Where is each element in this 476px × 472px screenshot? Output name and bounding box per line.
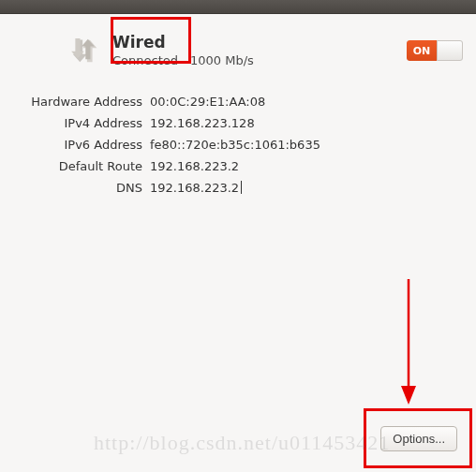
detail-value: 192.168.223.2 <box>150 181 242 195</box>
detail-value: 192.168.223.128 <box>150 116 255 130</box>
detail-label: DNS <box>0 181 150 195</box>
detail-row: DNS 192.168.223.2 <box>0 181 476 195</box>
detail-label: IPv4 Address <box>0 116 150 130</box>
detail-value: fe80::720e:b35c:1061:b635 <box>150 138 320 152</box>
detail-label: Default Route <box>0 159 150 173</box>
connection-title: Wired <box>112 33 254 52</box>
toggle-handle <box>437 40 463 61</box>
text-cursor <box>241 181 242 194</box>
detail-label: Hardware Address <box>0 95 150 109</box>
detail-row: IPv4 Address 192.168.223.128 <box>0 116 476 130</box>
detail-value: 00:0C:29:E1:AA:08 <box>150 95 265 109</box>
watermark-text: http://blog.csdn.net/u011453421 <box>94 431 390 455</box>
window-titlebar <box>0 0 476 14</box>
detail-row: Default Route 192.168.223.2 <box>0 159 476 173</box>
connection-status: Connected - 1000 Mb/s <box>112 53 254 68</box>
detail-row: IPv6 Address fe80::720e:b35c:1061:b635 <box>0 138 476 152</box>
toggle-on-label: ON <box>407 40 437 61</box>
annotation-arrow <box>399 277 418 406</box>
detail-value: 192.168.223.2 <box>150 159 239 173</box>
detail-row: Hardware Address 00:0C:29:E1:AA:08 <box>0 95 476 109</box>
connection-toggle[interactable]: ON <box>407 40 463 61</box>
svg-marker-1 <box>401 386 416 405</box>
detail-label: IPv6 Address <box>0 138 150 152</box>
network-panel: Wired Connected - 1000 Mb/s ON Hardware … <box>0 14 476 195</box>
wired-updown-icon <box>67 33 103 68</box>
connection-details: Hardware Address 00:0C:29:E1:AA:08 IPv4 … <box>0 95 476 195</box>
options-button[interactable]: Options... <box>380 426 457 451</box>
